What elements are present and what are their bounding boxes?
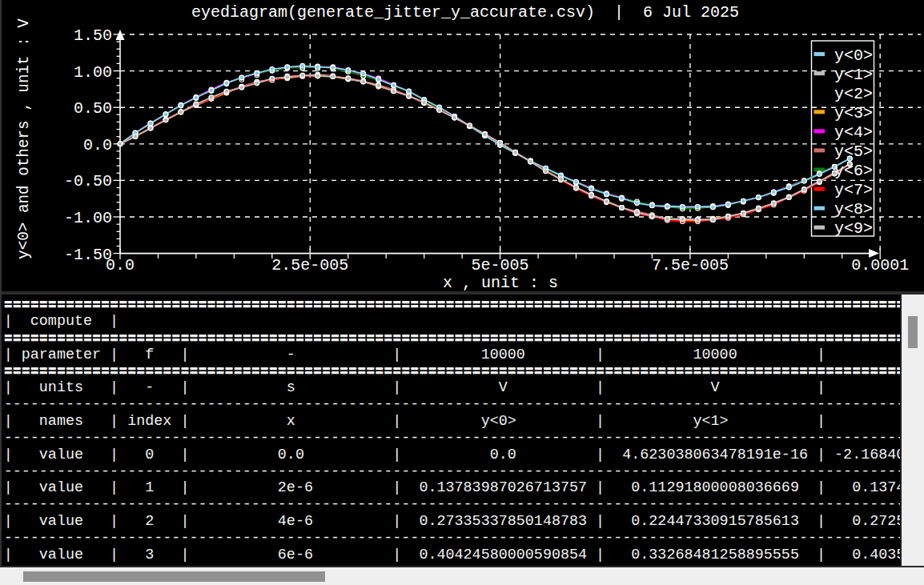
svg-text:1.00: 1.00 [74,63,112,82]
svg-text:1.50: 1.50 [74,26,112,45]
svg-text:y<5>: y<5> [834,142,873,161]
svg-text:0.0: 0.0 [106,256,135,274]
svg-text:y<7>: y<7> [834,181,873,199]
svg-text:y<8>: y<8> [834,200,873,218]
svg-text:x , unit : s: x , unit : s [443,274,558,291]
svg-text:-0.50: -0.50 [64,172,112,190]
svg-text:-1.50: -1.50 [64,246,112,264]
svg-text:y<9>: y<9> [834,219,873,238]
svg-text:2.5e-005: 2.5e-005 [271,256,348,274]
svg-text:y<0> and others , unit : V: y<0> and others , unit : V [15,18,33,259]
svg-text:eyediagram(generate_jitter_y_a: eyediagram(generate_jitter_y_accurate.cs… [191,3,739,22]
svg-text:0.0001: 0.0001 [851,256,909,274]
svg-text:y<2>: y<2> [834,85,873,103]
svg-text:y<4>: y<4> [834,123,873,142]
svg-text:7.5e-005: 7.5e-005 [652,256,729,274]
svg-text:0.0: 0.0 [83,136,112,154]
svg-text:-1.00: -1.00 [64,209,112,227]
svg-text:5e-005: 5e-005 [472,256,529,274]
svg-text:y<3>: y<3> [834,104,873,122]
svg-text:0.50: 0.50 [74,99,112,118]
svg-text:y<6>: y<6> [834,162,873,180]
svg-text:y<1>: y<1> [834,66,873,84]
svg-text:y<0>: y<0> [834,46,873,65]
